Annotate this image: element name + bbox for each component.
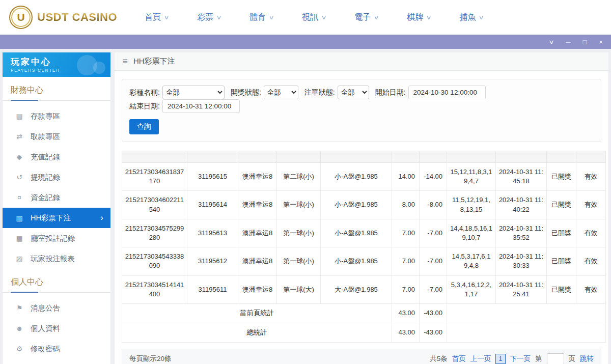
lottery-filter-group: 彩種名稱: 全部 xyxy=(129,86,225,99)
sidebar-item[interactable]: ↺ 提現記錄 › xyxy=(3,167,110,187)
sidebar-item[interactable]: ▥ HH彩票下注 › xyxy=(3,208,110,228)
person-icon: ☻ xyxy=(15,324,24,332)
cell-play-type: 第一球(小) xyxy=(277,219,321,247)
column-header xyxy=(392,151,420,163)
nav-item[interactable]: 棋牌 ∨ xyxy=(407,12,431,23)
column-header xyxy=(420,151,447,163)
section-personal-title: 個人中心 xyxy=(3,277,110,293)
logo-text: USDT CASINO xyxy=(37,11,117,24)
main-nav: 首頁 ∨ 彩票 ∨ 體育 ∨ 視訊 ∨ 電子 ∨ 棋牌 ∨ 捕魚 ∨ xyxy=(145,12,483,23)
logo[interactable]: U USDT CASINO xyxy=(9,6,137,29)
start-date-input[interactable] xyxy=(408,86,486,99)
cell-bet-time: 2024-10-31 11:30:33 xyxy=(496,247,547,275)
hamburger-menu-icon[interactable]: ≡ xyxy=(123,57,128,67)
cell-order-status: 有效 xyxy=(576,275,606,303)
cell-order-number: 2152173034514141400 xyxy=(122,275,187,303)
window-maximize-icon[interactable]: □ xyxy=(583,39,587,45)
withdraw-record-icon: ↺ xyxy=(15,173,24,181)
nav-item[interactable]: 捕魚 ∨ xyxy=(459,12,483,23)
window-titlebar: ∨ ─ □ × xyxy=(0,35,611,49)
nav-item-label: 電子 xyxy=(354,12,371,23)
cell-bet-amount: 8.00 xyxy=(392,191,420,219)
cell-bet-info: 大-A盤@1.985 xyxy=(321,275,392,303)
chevron-down-icon: ∨ xyxy=(426,14,432,21)
cell-order-status: 有效 xyxy=(576,219,606,247)
sidebar-item[interactable]: ▦ 廳室投註記錄 › xyxy=(3,228,110,248)
cell-draw-result: 15,12,11,8,3,19,4,7 xyxy=(447,163,496,191)
filter-row: 彩種名稱: 全部 開獎狀態: 全部 注單狀態: 全 xyxy=(129,86,594,113)
cell-period: 31195612 xyxy=(187,247,238,275)
cell-draw-result: 14,4,18,5,16,19,10,7 xyxy=(447,219,496,247)
page-summary-winloss: -43.00 xyxy=(420,303,447,323)
main-layout: 玩家中心 PLAYERS CENTER 財務中心 ▤ 存款專區 › ⇄ 取款專區… xyxy=(0,49,611,364)
cell-play-type: 第二球(小) xyxy=(277,163,321,191)
window-chevron-icon[interactable]: ∨ xyxy=(548,39,554,45)
order-status-filter-group: 注單狀態: 全部 xyxy=(304,86,369,99)
page-jump-input[interactable] xyxy=(547,353,564,364)
lottery-select[interactable]: 全部 xyxy=(162,86,225,99)
window-close-icon[interactable]: × xyxy=(599,39,603,45)
cell-order-status: 有效 xyxy=(576,163,606,191)
table-row: 2152173034631837170 31195615 澳洲幸运8 第二球(小… xyxy=(122,163,606,191)
breadcrumb: ≡ HH彩票下注 xyxy=(115,52,608,71)
cell-draw-status: 已開獎 xyxy=(547,219,576,247)
top-header: U USDT CASINO 首頁 ∨ 彩票 ∨ 體育 ∨ 視訊 ∨ 電子 ∨ 棋… xyxy=(0,0,611,35)
cell-bet-time: 2024-10-31 11:35:52 xyxy=(496,219,547,247)
sidebar-item-label: 修改密碼 xyxy=(31,344,60,354)
window-minimize-icon[interactable]: ─ xyxy=(566,39,570,45)
end-date-label: 結束日期: xyxy=(129,102,160,111)
sidebar-item[interactable]: ▤ 存款專區 › xyxy=(3,106,110,126)
bell-icon: ⚑ xyxy=(15,304,24,312)
cell-period: 31195611 xyxy=(187,275,238,303)
cell-win-loss: -7.00 xyxy=(420,219,447,247)
column-header xyxy=(277,151,321,163)
total-summary-label: 總統計 xyxy=(122,323,392,342)
page-size-text: 每頁顯示20條 xyxy=(129,354,172,363)
sidebar-item[interactable]: ▨ 玩家投注報表 › xyxy=(3,248,110,269)
nav-item[interactable]: 視訊 ∨ xyxy=(302,12,326,23)
end-date-input[interactable] xyxy=(162,99,240,113)
draw-status-filter-group: 開獎狀態: 全部 xyxy=(231,86,298,99)
prev-page-link[interactable]: 上一页 xyxy=(470,354,491,363)
sidebar-item[interactable]: ¤ 資金記錄 › xyxy=(3,187,110,208)
nav-item-label: 棋牌 xyxy=(407,12,423,23)
column-header xyxy=(238,151,277,163)
player-report-icon: ▨ xyxy=(15,255,24,263)
sidebar-item[interactable]: ⚙ 修改密碼 › xyxy=(3,339,110,359)
app-window: U USDT CASINO 首頁 ∨ 彩票 ∨ 體育 ∨ 視訊 ∨ 電子 ∨ 棋… xyxy=(0,0,611,364)
players-center-banner: 玩家中心 PLAYERS CENTER xyxy=(3,52,110,77)
page-summary-bet: 43.00 xyxy=(392,303,420,323)
section-finance-title: 財務中心 xyxy=(3,85,110,101)
nav-item[interactable]: 彩票 ∨ xyxy=(197,12,221,23)
cell-order-status: 有效 xyxy=(576,247,606,275)
nav-item[interactable]: 體育 ∨ xyxy=(249,12,273,23)
sidebar-item[interactable]: ⇄ 取款專區 › xyxy=(3,126,110,147)
sidebar-item[interactable]: ⚑ 消息公告 › xyxy=(3,298,110,318)
controller-icon-small xyxy=(93,62,105,74)
page-title: HH彩票下注 xyxy=(133,57,175,66)
total-summary-row: 總統計 43.00 -43.00 xyxy=(122,323,606,342)
next-page-link[interactable]: 下一页 xyxy=(510,354,531,363)
search-button[interactable]: 查詢 xyxy=(129,119,159,134)
draw-status-select[interactable]: 全部 xyxy=(264,86,298,99)
cell-win-loss: -7.00 xyxy=(420,275,447,303)
page-summary-empty xyxy=(447,303,606,323)
sidebar-item-label: 消息公告 xyxy=(31,303,60,313)
nav-item-label: 首頁 xyxy=(145,12,161,23)
jump-button[interactable]: 跳转 xyxy=(580,354,594,363)
column-header xyxy=(576,151,606,163)
current-page-indicator[interactable]: 1 xyxy=(495,354,505,364)
cell-lottery-name: 澳洲幸运8 xyxy=(238,191,277,219)
sidebar-item[interactable]: ☻ 個人資料 › xyxy=(3,318,110,339)
sidebar-item[interactable]: ◆ 充值記錄 › xyxy=(3,147,110,167)
nav-item[interactable]: 首頁 ∨ xyxy=(145,12,169,23)
funds-record-icon: ¤ xyxy=(15,193,24,202)
chevron-down-icon: ∨ xyxy=(321,14,327,21)
first-page-link[interactable]: 首页 xyxy=(452,354,466,363)
cell-bet-time: 2024-10-31 11:40:22 xyxy=(496,191,547,219)
jump-suffix-label: 页 xyxy=(569,354,576,363)
order-status-select[interactable]: 全部 xyxy=(338,86,369,99)
recharge-record-icon: ◆ xyxy=(15,153,24,161)
nav-item[interactable]: 電子 ∨ xyxy=(354,12,378,23)
cell-play-type: 第一球(大) xyxy=(277,275,321,303)
